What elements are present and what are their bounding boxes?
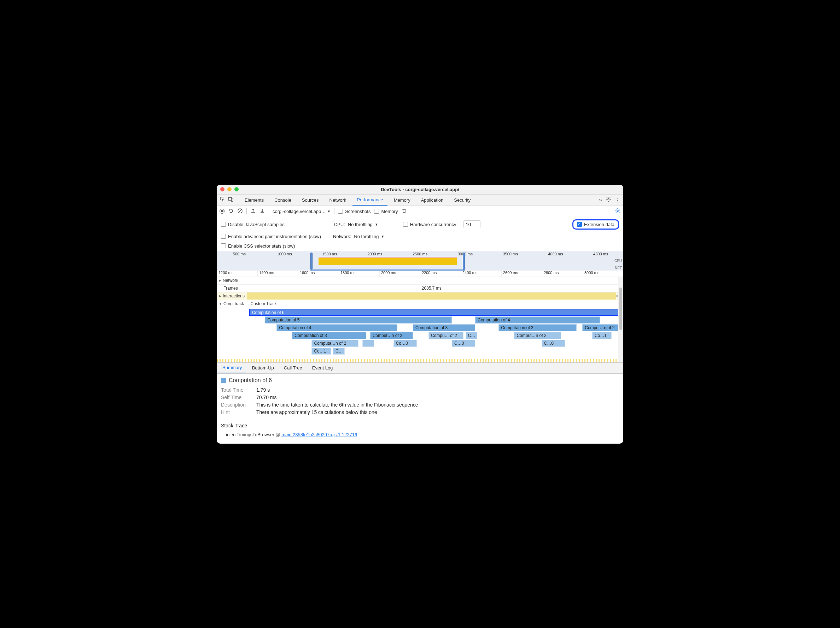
disclosure-triangle-icon: ▶ [219, 294, 221, 298]
details-tabs: Summary Bottom-Up Call Tree Event Log [217, 362, 623, 374]
disable-js-checkbox[interactable]: Disable JavaScript samples [221, 222, 284, 227]
color-swatch [221, 378, 226, 383]
tab-event-log[interactable]: Event Log [308, 363, 337, 373]
flame-bar[interactable]: Computa…n of 2 [311, 340, 358, 347]
tab-console[interactable]: Console [270, 195, 295, 206]
interactions-track[interactable]: ▶Interactions [217, 293, 623, 300]
svg-point-3 [608, 198, 609, 200]
tab-elements[interactable]: Elements [240, 195, 268, 206]
window-titlebar: DevTools - corgi-collage.vercel.app/ [217, 185, 623, 195]
reload-button[interactable] [228, 208, 234, 215]
extension-data-checkbox[interactable]: Extension data [577, 222, 614, 227]
chevron-down-icon: ▼ [327, 209, 330, 213]
network-track[interactable]: ▶Network [217, 277, 623, 285]
flame-bar[interactable]: Computation of 4 [276, 324, 397, 331]
summary-title: Computation of 6 [221, 377, 619, 384]
stack-trace-heading: Stack Trace [221, 423, 619, 428]
device-toggle-icon[interactable] [228, 197, 234, 203]
svg-point-5 [617, 210, 618, 212]
disclosure-triangle-icon: ▶ [219, 279, 221, 282]
overview-handle-right[interactable] [463, 253, 465, 269]
record-button[interactable] [219, 209, 224, 214]
tab-performance[interactable]: Performance [352, 195, 387, 206]
tab-memory[interactable]: Memory [390, 195, 415, 206]
settings-gear-icon[interactable] [606, 197, 611, 203]
inspect-icon[interactable] [219, 197, 225, 203]
cpu-throttling-select[interactable]: No throttling▼ [348, 222, 378, 227]
clear-button[interactable] [237, 208, 243, 215]
flame-chart[interactable]: Computation of 6Computation of 5Computat… [217, 308, 623, 357]
flame-bar[interactable]: Computation of 3 [413, 324, 475, 331]
corgi-track-header[interactable]: ▼Corgi track — Custom Track [217, 300, 623, 308]
flame-bar[interactable]: C…0 [452, 340, 475, 347]
window-title: DevTools - corgi-collage.vercel.app/ [217, 187, 623, 192]
flame-bar[interactable]: Comput…n of 2 [370, 332, 413, 339]
stack-trace-line: injectTimingsToBrowser @ main.2358fe1b2c… [221, 432, 619, 437]
timeline-overview[interactable]: 500 ms1000 ms1500 ms2000 ms2500 ms3000 m… [217, 251, 623, 271]
flame-strip [217, 359, 623, 362]
tab-security[interactable]: Security [450, 195, 475, 206]
upload-button[interactable] [250, 208, 256, 215]
tab-sources[interactable]: Sources [298, 195, 323, 206]
tab-bottom-up[interactable]: Bottom-Up [248, 363, 278, 373]
tab-summary[interactable]: Summary [218, 363, 246, 373]
tab-application[interactable]: Application [417, 195, 448, 206]
flame-bar[interactable]: Co…0 [393, 340, 417, 347]
timeline-scrollbar[interactable] [618, 277, 623, 362]
flame-bar[interactable]: Computation of 3 [499, 324, 576, 331]
flame-bar[interactable] [362, 340, 374, 347]
kebab-menu-icon[interactable]: ⋮ [615, 197, 621, 203]
chevron-down-icon: ▼ [375, 222, 378, 227]
window-controls [220, 187, 238, 192]
timeline-ruler: 1200 ms1400 ms1600 ms1800 ms2000 ms2200 … [217, 271, 623, 277]
hardware-concurrency-checkbox[interactable]: Hardware concurrency [403, 222, 456, 227]
frames-track[interactable]: Frames 2085.7 ms [217, 285, 623, 293]
flame-bar[interactable]: Co…1 [311, 348, 331, 355]
flame-bar[interactable]: Comput…n of 2 [514, 332, 561, 339]
flame-bar[interactable]: Computation of 3 [292, 332, 366, 339]
flame-bar[interactable]: C… [333, 348, 345, 355]
minimize-window-button[interactable] [227, 187, 232, 192]
more-tabs-icon[interactable]: » [599, 197, 602, 203]
summary-panel: Computation of 6 Total Time1.79 s Self T… [217, 374, 623, 444]
memory-checkbox[interactable]: Memory [374, 209, 398, 214]
download-button[interactable] [259, 208, 265, 215]
timeline-tracks: ▶Network Frames 2085.7 ms ▶Interactions … [217, 277, 623, 362]
flame-bar[interactable]: Computation of 6 [249, 309, 619, 316]
capture-settings-gear-icon[interactable] [615, 208, 621, 215]
settings-row-1: Disable JavaScript samples CPU: No throt… [217, 217, 623, 232]
close-window-button[interactable] [220, 187, 224, 192]
flame-bar[interactable]: C…0 [542, 340, 565, 347]
hardware-concurrency-input[interactable] [464, 220, 480, 228]
settings-row-3: Enable CSS selector stats (slow) [217, 241, 623, 251]
recording-selector[interactable]: corgi-collage.vercel.app… ▼ [273, 209, 330, 214]
devtools-window: DevTools - corgi-collage.vercel.app/ Ele… [217, 185, 623, 444]
stack-trace-link[interactable]: main.2358fe1b2c80297b.js:1:122716 [281, 432, 357, 437]
css-stats-checkbox[interactable]: Enable CSS selector stats (slow) [221, 243, 295, 249]
maximize-window-button[interactable] [234, 187, 238, 192]
interactions-bar [247, 293, 616, 299]
settings-row-2: Enable advanced paint instrumentation (s… [217, 232, 623, 241]
flame-bar[interactable]: Comput…n of 2 [582, 324, 621, 331]
performance-toolbar: corgi-collage.vercel.app… ▼ Screenshots … [217, 206, 623, 217]
advanced-paint-checkbox[interactable]: Enable advanced paint instrumentation (s… [221, 234, 321, 239]
flame-bar[interactable]: C… [466, 332, 477, 339]
flame-bar[interactable]: Computation of 5 [265, 316, 452, 324]
flame-bar[interactable]: Compu… of 2 [428, 332, 464, 339]
chevron-down-icon: ▼ [381, 235, 384, 238]
screenshots-checkbox[interactable]: Screenshots [338, 209, 371, 214]
garbage-collect-icon[interactable] [401, 208, 407, 215]
main-tabs: Elements Console Sources Network Perform… [217, 195, 623, 206]
flame-bar[interactable]: Co…1 [592, 332, 612, 339]
tab-network[interactable]: Network [325, 195, 351, 206]
network-throttling-select[interactable]: No throttling▼ [354, 234, 384, 239]
disclosure-triangle-icon: ▼ [219, 302, 222, 305]
flame-bar[interactable]: Computation of 4 [475, 316, 600, 324]
overview-activity-region [319, 258, 457, 265]
overview-handle-left[interactable] [310, 253, 313, 269]
tab-call-tree[interactable]: Call Tree [279, 363, 306, 373]
